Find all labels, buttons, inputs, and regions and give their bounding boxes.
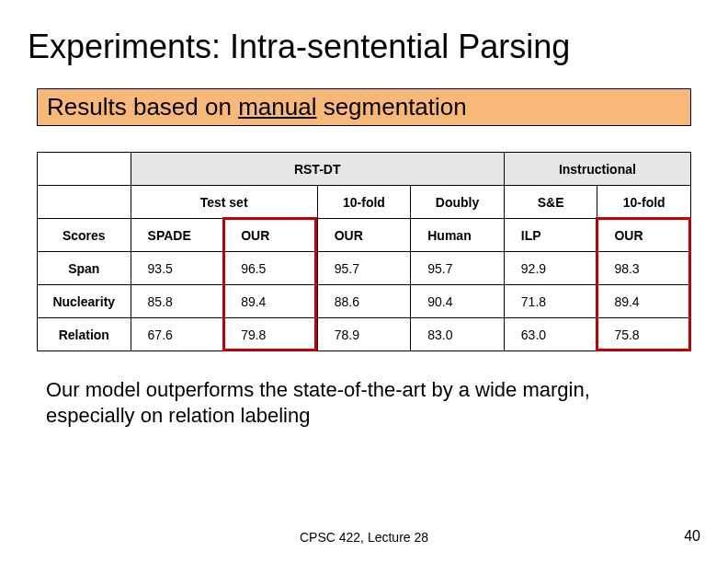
- cell: 89.4: [597, 285, 691, 318]
- sys-our-3: OUR: [597, 219, 691, 252]
- header-se: S&E: [504, 186, 597, 219]
- cell: 92.9: [504, 252, 597, 285]
- footer-center: CPSC 422, Lecture 28: [0, 530, 728, 545]
- cell: 93.5: [131, 252, 224, 285]
- cell: 67.6: [131, 318, 224, 351]
- row-label-nuclearity: Nuclearity: [38, 285, 131, 318]
- sys-spade: SPADE: [131, 219, 224, 252]
- header-instructional: Instructional: [504, 153, 690, 186]
- header-10fold-2: 10-fold: [597, 186, 691, 219]
- cell: 78.9: [317, 318, 411, 351]
- row-label-span: Span: [38, 252, 131, 285]
- header-doubly: Doubly: [411, 186, 505, 219]
- row-label-relation: Relation: [38, 318, 131, 351]
- cell: 83.0: [411, 318, 505, 351]
- cell: 85.8: [131, 285, 224, 318]
- slide-title: Experiments: Intra-sentential Parsing: [28, 28, 700, 66]
- table-row: Nuclearity 85.8 89.4 88.6 90.4 71.8 89.4: [38, 285, 691, 318]
- table-row: Relation 67.6 79.8 78.9 83.0 63.0 75.8: [38, 318, 691, 351]
- cell: 71.8: [504, 285, 597, 318]
- cell: 98.3: [597, 252, 691, 285]
- results-table-wrap: RST-DT Instructional Test set 10-fold Do…: [37, 152, 691, 351]
- cell: 89.4: [224, 285, 318, 318]
- subtitle-pre: Results based on: [47, 93, 238, 121]
- cell: 88.6: [317, 285, 411, 318]
- body-text: Our model outperforms the state-of-the-a…: [46, 377, 682, 428]
- subtitle-box: Results based on manual segmentation: [37, 88, 691, 126]
- sys-our-2: OUR: [317, 219, 411, 252]
- header-rstdt: RST-DT: [131, 153, 504, 186]
- cell: 95.7: [317, 252, 411, 285]
- header-scores: Scores: [38, 219, 131, 252]
- slide: Experiments: Intra-sentential Parsing Re…: [0, 0, 728, 563]
- sys-our-1: OUR: [224, 219, 318, 252]
- header-testset: Test set: [131, 186, 317, 219]
- sys-human: Human: [411, 219, 505, 252]
- slide-number: 40: [684, 528, 700, 545]
- cell: 79.8: [224, 318, 318, 351]
- cell: 75.8: [597, 318, 691, 351]
- table-row: Span 93.5 96.5 95.7 95.7 92.9 98.3: [38, 252, 691, 285]
- blank-header-2: [38, 186, 131, 219]
- cell: 95.7: [411, 252, 505, 285]
- cell: 63.0: [504, 318, 597, 351]
- header-10fold: 10-fold: [317, 186, 411, 219]
- subtitle-underline: manual: [238, 93, 316, 121]
- results-table: RST-DT Instructional Test set 10-fold Do…: [37, 152, 691, 351]
- cell: 96.5: [224, 252, 318, 285]
- blank-header: [38, 153, 131, 186]
- cell: 90.4: [411, 285, 505, 318]
- subtitle-post: segmentation: [316, 93, 466, 121]
- sys-ilp: ILP: [504, 219, 597, 252]
